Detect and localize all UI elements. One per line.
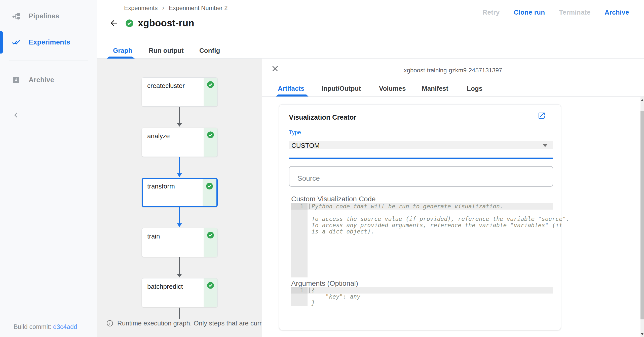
run-success-icon (125, 19, 134, 27)
tab-config[interactable]: Config (199, 47, 220, 55)
visualization-type-select[interactable]: CUSTOM (289, 141, 553, 149)
node-label: batchpredict (147, 283, 183, 291)
scrollbar-up-arrow-icon[interactable] (641, 99, 643, 101)
node-label: analyze (147, 132, 170, 140)
active-tab-indicator (107, 57, 135, 59)
graph-node-analyze[interactable]: analyze (142, 128, 218, 157)
graph-node-createcluster[interactable]: createcluster (142, 77, 218, 107)
clone-run-button[interactable]: Clone run (514, 9, 545, 16)
line-number: 1 (291, 203, 308, 210)
tab-input-output[interactable]: Input/Output (322, 85, 361, 92)
build-commit-link[interactable]: d3c4add (53, 323, 77, 330)
edge-createcluster-analyze (179, 107, 180, 123)
code-placeholder-line1: Python code that will be run to generate… (312, 203, 503, 210)
tabs-divider (262, 97, 644, 97)
node-success-icon (206, 182, 213, 190)
node-success-icon (207, 282, 214, 289)
scrollbar-down-arrow-icon[interactable] (641, 333, 643, 335)
kubeflow-pipelines-app: Pipelines Experiments Archive (0, 0, 644, 337)
active-tab-indicator (275, 94, 309, 97)
node-label: transform (147, 182, 175, 190)
text-cursor (310, 287, 310, 293)
archive-icon (12, 76, 20, 84)
edge-train-batchpredict (179, 257, 180, 274)
node-status-strip (203, 179, 216, 206)
run-actions: Retry Clone run Terminate Archive (482, 9, 629, 16)
terminate-button[interactable]: Terminate (559, 9, 590, 16)
back-button[interactable] (109, 19, 118, 28)
node-label: train (147, 232, 160, 240)
arrow-back-icon (109, 19, 118, 28)
node-label: createcluster (147, 82, 185, 90)
type-label: Type (289, 129, 301, 136)
graph-footnote: Runtime execution graph. Only steps that… (106, 319, 262, 327)
breadcrumb-separator-icon: › (162, 4, 164, 12)
editor-gutter: 1 (291, 287, 308, 306)
graph-node-train[interactable]: train (142, 228, 218, 257)
retry-button[interactable]: Retry (482, 9, 500, 16)
sidebar-item-label: Archive (29, 76, 54, 84)
run-tabs: Graph Run output Config (97, 47, 644, 59)
args-placeholder-continuation: "key": any } (312, 294, 360, 306)
page-title: xgboost-run (138, 18, 194, 29)
node-detail-panel: xgboost-training-gzkm9-2457131397 Artifa… (262, 59, 644, 337)
select-focus-underline (289, 158, 553, 159)
card-title: Visualization Creator (289, 114, 356, 121)
sidebar-divider (9, 61, 88, 61)
sidebar-item-archive[interactable]: Archive (0, 70, 97, 90)
collapse-sidebar-button[interactable] (12, 111, 21, 120)
node-status-strip (204, 78, 217, 106)
tab-volumes[interactable]: Volumes (379, 85, 406, 92)
build-commit-label: Build commit: (14, 323, 53, 330)
node-detail-title: xgboost-training-gzkm9-2457131397 (262, 67, 644, 74)
tab-manifest[interactable]: Manifest (422, 85, 448, 92)
pipeline-graph-panel: createcluster analyze transform (97, 59, 262, 337)
breadcrumb-experiment-number-2: Experiment Number 2 (169, 5, 228, 12)
node-status-strip (204, 278, 217, 307)
tab-graph[interactable]: Graph (113, 47, 132, 55)
sidebar-item-label: Experiments (29, 38, 70, 46)
arguments-label: Arguments (Optional) (291, 279, 358, 287)
detail-tabs: Artifacts Input/Output Volumes Manifest … (262, 85, 644, 97)
node-status-strip (204, 128, 217, 157)
custom-code-editor[interactable]: 1 Python code that will be run to genera… (291, 203, 553, 277)
sidebar-item-experiments[interactable]: Experiments (0, 32, 97, 52)
node-success-icon (207, 231, 214, 239)
open-in-new-button[interactable] (538, 112, 546, 120)
pipelines-icon (12, 12, 20, 20)
experiments-icon (12, 38, 20, 46)
arguments-editor[interactable]: 1 { "key": any } (291, 287, 553, 306)
panel-scrollbar[interactable] (640, 97, 644, 337)
dropdown-arrow-icon (543, 144, 548, 147)
breadcrumb: Experiments › Experiment Number 2 (124, 4, 228, 12)
source-input[interactable] (289, 166, 553, 187)
selected-type-value: CUSTOM (291, 142, 320, 150)
sidebar: Pipelines Experiments Archive (0, 0, 97, 337)
args-placeholder-line1: { (312, 287, 315, 294)
graph-node-batchpredict[interactable]: batchpredict (142, 278, 218, 307)
tab-run-output[interactable]: Run output (149, 47, 184, 55)
tab-artifacts[interactable]: Artifacts (278, 85, 304, 92)
breadcrumb-experiments[interactable]: Experiments (124, 5, 158, 12)
run-header: Experiments › Experiment Number 2 xgboos… (97, 0, 644, 59)
edge-transform-train (179, 207, 180, 224)
sidebar-item-label: Pipelines (29, 12, 59, 20)
info-icon (106, 320, 113, 327)
editor-gutter: 1 (291, 203, 308, 277)
node-status-strip (204, 228, 217, 257)
sidebar-divider (9, 98, 88, 98)
text-cursor (310, 204, 310, 209)
custom-code-label: Custom Visualization Code (291, 195, 376, 203)
chevron-left-icon (12, 111, 21, 120)
build-commit: Build commit: d3c4add (14, 323, 77, 330)
edge-analyze-transform (179, 157, 180, 174)
line-number: 1 (291, 287, 308, 294)
node-success-icon (207, 131, 214, 138)
node-success-icon (207, 81, 214, 88)
scrollbar-thumb[interactable] (640, 111, 644, 319)
edge-batchpredict-out (179, 308, 180, 319)
tab-logs[interactable]: Logs (467, 85, 482, 92)
archive-button[interactable]: Archive (605, 9, 629, 16)
sidebar-item-pipelines[interactable]: Pipelines (0, 6, 97, 26)
graph-node-transform[interactable]: transform (142, 178, 218, 207)
